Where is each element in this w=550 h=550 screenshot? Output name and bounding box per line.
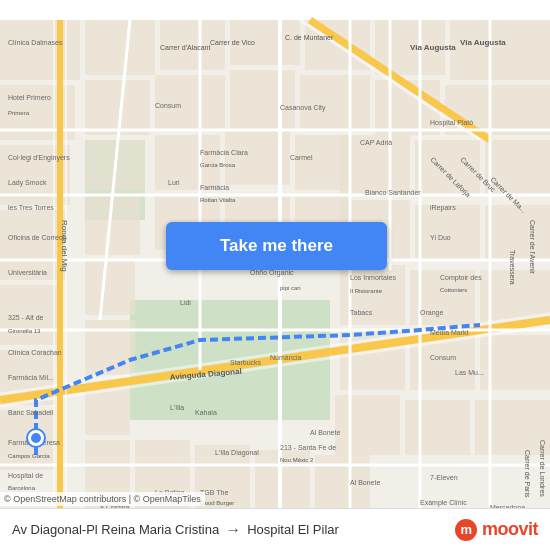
svg-text:Nou Mèxic 2: Nou Mèxic 2 [280, 457, 314, 463]
svg-text:Hospital Plató: Hospital Plató [430, 119, 473, 127]
svg-text:Bianco Santander: Bianco Santander [365, 189, 421, 196]
svg-text:pipi can: pipi can [280, 285, 301, 291]
svg-text:Via Augusta: Via Augusta [460, 38, 506, 47]
svg-text:7-Eleven: 7-Eleven [430, 474, 458, 481]
svg-text:Il Ristorante: Il Ristorante [350, 288, 383, 294]
svg-rect-13 [450, 20, 550, 80]
svg-text:Farmàcia Clara: Farmàcia Clara [200, 149, 248, 156]
svg-text:Col·legi d'Enginyers: Col·legi d'Enginyers [8, 154, 70, 162]
svg-text:Kahala: Kahala [195, 409, 217, 416]
svg-text:Comptoir des: Comptoir des [440, 274, 482, 282]
svg-text:Casanova City: Casanova City [280, 104, 326, 112]
svg-text:Al Bonete: Al Bonete [310, 429, 340, 436]
svg-text:Good Burger: Good Burger [200, 500, 234, 506]
svg-text:Carrer de Vico: Carrer de Vico [210, 39, 255, 46]
svg-text:Ohño Organic: Ohño Organic [250, 269, 294, 277]
svg-text:Banc Sabadell: Banc Sabadell [8, 409, 54, 416]
moovit-icon: m [455, 519, 477, 541]
svg-rect-17 [300, 75, 370, 130]
svg-text:Cottoniers: Cottoniers [440, 287, 467, 293]
svg-text:Primera: Primera [8, 110, 30, 116]
svg-rect-42 [475, 400, 550, 455]
svg-rect-24 [85, 260, 135, 315]
svg-text:Farmàcia Mil...: Farmàcia Mil... [8, 374, 54, 381]
route-arrow: → [225, 521, 241, 539]
moovit-name: moovit [482, 519, 538, 540]
svg-text:Campos Garcia: Campos Garcia [8, 453, 50, 459]
svg-text:Garcia Brosa: Garcia Brosa [200, 162, 236, 168]
svg-text:Orange: Orange [420, 309, 443, 317]
svg-text:Carmel: Carmel [290, 154, 313, 161]
svg-text:Numància: Numància [270, 354, 302, 361]
map-container: Ronda del Mig Carrer d'Alacant Carrer de… [0, 0, 550, 550]
bottom-bar: Av Diagonal-Pl Reina Maria Cristina → Ho… [0, 508, 550, 550]
svg-text:Consum: Consum [430, 354, 456, 361]
svg-rect-40 [335, 395, 400, 455]
svg-text:Travessera: Travessera [509, 250, 516, 285]
svg-rect-32 [415, 205, 480, 260]
take-me-there-button[interactable]: Take me there [166, 222, 387, 270]
svg-rect-41 [405, 400, 470, 455]
svg-text:Oficina de Correos: Oficina de Correos [8, 234, 67, 241]
svg-rect-49 [295, 135, 350, 190]
svg-text:Carrer de l'Avenir: Carrer de l'Avenir [529, 220, 536, 275]
svg-text:Clínica Corachan: Clínica Corachan [8, 349, 62, 356]
moovit-logo: m moovit [455, 519, 538, 541]
svg-text:Luri: Luri [168, 179, 180, 186]
svg-text:Media Markt: Media Markt [430, 329, 469, 336]
svg-text:iRepairs: iRepairs [430, 204, 456, 212]
svg-rect-14 [85, 80, 150, 135]
svg-text:Via Augusta: Via Augusta [410, 43, 456, 52]
svg-text:Barcelona: Barcelona [8, 485, 36, 491]
svg-rect-8 [85, 20, 155, 75]
svg-text:les Tres Torres: les Tres Torres [8, 204, 54, 211]
svg-text:Los Inmortales: Los Inmortales [350, 274, 396, 281]
svg-rect-16 [230, 70, 295, 130]
svg-text:Lidi: Lidi [180, 299, 191, 306]
svg-text:Farmàcia: Farmàcia [200, 184, 229, 191]
svg-text:213 - Santa Fe de: 213 - Santa Fe de [280, 444, 336, 451]
origin-marker [28, 430, 44, 446]
svg-rect-1 [0, 20, 80, 80]
svg-text:Al Bonete: Al Bonete [350, 479, 380, 486]
svg-text:Ronda del Mig: Ronda del Mig [60, 220, 69, 272]
svg-text:Starbucks: Starbucks [230, 359, 262, 366]
svg-text:Carrer de Londres: Carrer de Londres [539, 440, 546, 497]
map-attribution: © OpenStreetMap contributors | © OpenMap… [0, 492, 205, 506]
svg-text:Exàmple Clínic: Exàmple Clínic [420, 499, 467, 507]
svg-text:Lady Smock: Lady Smock [8, 179, 47, 187]
svg-text:L'Illa Diagonal: L'Illa Diagonal [215, 449, 259, 457]
svg-text:Rotlan Vilalta: Rotlan Vilalta [200, 197, 236, 203]
svg-text:Las Mu...: Las Mu... [455, 369, 484, 376]
svg-text:Hospital de: Hospital de [8, 472, 43, 480]
svg-text:C. de Muntaner: C. de Muntaner [285, 34, 334, 41]
svg-text:Universitària: Universitària [8, 269, 47, 276]
svg-text:Yi Duo: Yi Duo [430, 234, 451, 241]
svg-text:325 - Alt de: 325 - Alt de [8, 314, 44, 321]
svg-text:Carrer d'Alacant: Carrer d'Alacant [160, 44, 210, 51]
svg-text:Consum: Consum [155, 102, 181, 109]
svg-text:Hotel Primero: Hotel Primero [8, 94, 51, 101]
route-from: Av Diagonal-Pl Reina Maria Cristina → Ho… [12, 521, 339, 539]
svg-text:Carrer de Paris: Carrer de Paris [524, 450, 531, 498]
svg-text:CAP Adrià: CAP Adrià [360, 139, 392, 146]
route-from-label: Av Diagonal-Pl Reina Maria Cristina [12, 522, 219, 537]
svg-rect-33 [485, 205, 550, 260]
route-to-label: Hospital El Pilar [247, 522, 339, 537]
svg-text:L'Illa: L'Illa [170, 404, 184, 411]
svg-text:Clínica Dalmases: Clínica Dalmases [8, 39, 63, 46]
svg-text:Tabacs: Tabacs [350, 309, 373, 316]
svg-text:Gironella 13: Gironella 13 [8, 328, 41, 334]
